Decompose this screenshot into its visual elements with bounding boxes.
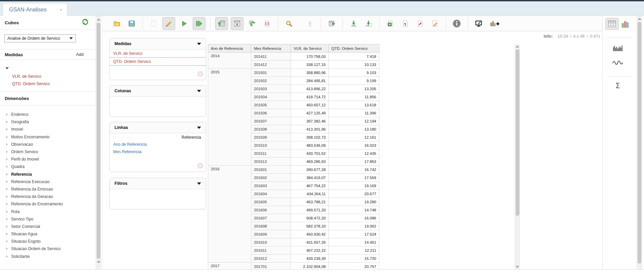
month-cell[interactable]: 201601 xyxy=(251,166,291,174)
vlr-servico-cell[interactable]: 450.930,42 xyxy=(291,230,329,238)
expand-arrow-icon[interactable] xyxy=(6,240,8,243)
column-header-ano-de-referencia[interactable]: Ano de Referencia xyxy=(208,44,251,53)
qtd-ordem-cell[interactable]: 9.103 xyxy=(329,69,379,77)
expand-arrow-icon[interactable] xyxy=(6,233,8,235)
sidebar-item-observacao[interactable]: Observacao xyxy=(0,141,96,148)
month-cell[interactable]: 201411 xyxy=(251,53,291,61)
expand-arrow-icon[interactable] xyxy=(6,158,8,161)
vlr-servico-cell[interactable]: 2.102.904,08 xyxy=(291,263,329,270)
vlr-servico-cell[interactable]: 338.127,15 xyxy=(291,61,329,69)
qtd-ordem-cell[interactable]: 19.169 xyxy=(329,182,379,190)
expand-arrow-icon[interactable] xyxy=(6,150,8,153)
month-cell[interactable]: 201609 xyxy=(251,230,291,238)
month-cell[interactable]: 201508 xyxy=(251,125,291,133)
month-cell[interactable]: 201505 xyxy=(251,101,291,109)
month-cell[interactable]: 201607 xyxy=(251,214,291,222)
collapse-measures-icon[interactable] xyxy=(5,67,9,69)
linhas-box-header[interactable]: Linhas xyxy=(110,122,206,133)
sidebar-item-quadra[interactable]: Quadra xyxy=(0,163,96,170)
run-query-icon[interactable] xyxy=(180,19,188,28)
sidebar-item-perfil-do-imovel[interactable]: Perfil do Imovel xyxy=(0,156,96,163)
month-cell[interactable]: 201501 xyxy=(251,69,291,77)
expand-arrow-icon[interactable] xyxy=(6,247,8,250)
qtd-ordem-cell[interactable]: 11.856 xyxy=(329,93,379,101)
scroll-up-icon[interactable] xyxy=(516,45,519,47)
expand-arrow-icon[interactable] xyxy=(6,195,8,198)
year-cell[interactable]: 2015 xyxy=(208,69,251,166)
sidebar-item-situacao-esgoto[interactable]: Situacao Esgoto xyxy=(0,238,96,245)
qtd-ordem-cell[interactable]: 16.023 xyxy=(329,141,379,149)
automatic-execution-icon[interactable] xyxy=(193,17,205,30)
show-mdx-icon[interactable] xyxy=(263,19,271,28)
export-pdf-icon[interactable] xyxy=(416,19,424,28)
filtros-box-header[interactable]: Filtros xyxy=(110,178,206,189)
sidebar-measure-vlr-de-servico[interactable]: VLR. de Servico xyxy=(12,73,50,80)
sidebar-item-referencia-execucao[interactable]: Referencia Execucao xyxy=(0,178,96,185)
qtd-ordem-cell[interactable]: 19.280 xyxy=(329,198,379,206)
month-cell[interactable]: 201507 xyxy=(251,117,291,125)
totals-sigma-icon[interactable]: Σ xyxy=(611,82,625,90)
month-cell[interactable]: 201512 xyxy=(251,158,291,166)
expand-arrow-icon[interactable] xyxy=(6,143,8,146)
table-view-button[interactable] xyxy=(605,18,619,30)
export-xls-icon[interactable] xyxy=(386,19,395,28)
medidas-item-qtd-ordem-servico[interactable]: QTD. Ordem Servico xyxy=(110,58,206,66)
sidebar-item-solicitante[interactable]: Solicitante xyxy=(0,253,96,260)
medidas-box-header[interactable]: Medidas xyxy=(110,38,206,49)
sidebar-scrollbar-thumb[interactable] xyxy=(97,23,100,259)
month-cell[interactable]: 201506 xyxy=(251,109,291,117)
month-cell[interactable]: 201701 xyxy=(251,263,291,270)
download-csv-icon[interactable] xyxy=(364,19,373,28)
sidebar-item-endereco[interactable]: Endereco xyxy=(0,111,96,118)
collapse-box-icon[interactable] xyxy=(197,90,201,92)
qtd-ordem-cell[interactable]: 12.211 xyxy=(329,246,379,254)
expand-arrow-icon[interactable] xyxy=(6,180,8,183)
linhas-item-mes-referencia[interactable]: Mes Referencia xyxy=(110,148,206,156)
remove-all-icon[interactable] xyxy=(197,71,203,78)
qtd-ordem-cell[interactable]: 13.180 xyxy=(329,125,379,133)
month-cell[interactable]: 201608 xyxy=(251,222,291,230)
vlr-servico-cell[interactable]: 413.896,22 xyxy=(291,85,329,93)
qtd-ordem-cell[interactable]: 20.677 xyxy=(329,190,379,198)
sidebar-item-situacao-ordem-de-servico[interactable]: Situacao Ordem de Servico xyxy=(0,245,96,252)
vlr-servico-cell[interactable]: 407.222,22 xyxy=(291,246,329,254)
page-scrollbar-thumb[interactable] xyxy=(638,22,641,264)
month-cell[interactable]: 201510 xyxy=(251,141,291,149)
year-cell[interactable]: 2014 xyxy=(208,53,251,69)
vlr-servico-cell[interactable]: 467.754,22 xyxy=(291,182,329,190)
qtd-ordem-cell[interactable]: 15.720 xyxy=(329,254,379,263)
qtd-ordem-cell[interactable]: 20.757 xyxy=(329,263,379,270)
colunas-drop-zone[interactable] xyxy=(110,97,206,116)
add-measure-link[interactable]: Add xyxy=(76,52,84,57)
expand-arrow-icon[interactable] xyxy=(6,225,8,228)
scroll-up-icon[interactable] xyxy=(638,18,641,20)
vlr-servico-cell[interactable]: 469.286,50 xyxy=(291,158,329,166)
drill-through-icon[interactable] xyxy=(305,19,314,28)
toggle-fields-icon[interactable] xyxy=(215,17,228,30)
month-cell[interactable]: 201509 xyxy=(251,133,291,141)
vlr-servico-cell[interactable]: 384.419,07 xyxy=(291,174,329,182)
vlr-servico-cell[interactable]: 508.472,33 xyxy=(291,214,329,222)
vlr-servico-cell[interactable]: 284.495,81 xyxy=(291,77,329,85)
qtd-ordem-cell[interactable]: 14.748 xyxy=(329,206,379,214)
add-chart-icon[interactable] xyxy=(489,19,501,28)
toggle-fullscreen-icon[interactable] xyxy=(474,19,483,28)
month-cell[interactable]: 201603 xyxy=(251,182,291,190)
qtd-ordem-cell[interactable]: 13.618 xyxy=(329,101,379,109)
export-drill-through-icon[interactable] xyxy=(327,19,336,28)
year-cell[interactable]: 2017 xyxy=(208,263,251,270)
pivot-table[interactable]: Ano de ReferenciaMes ReferenciaVLR. de S… xyxy=(208,44,379,270)
expand-arrow-icon[interactable] xyxy=(6,255,8,258)
vlr-servico-cell[interactable]: 582.378,33 xyxy=(291,222,329,230)
year-cell[interactable]: 2016 xyxy=(208,166,251,263)
qtd-ordem-cell[interactable]: 19.062 xyxy=(329,222,379,230)
month-cell[interactable]: 201412 xyxy=(251,61,291,69)
linhas-item-ano-de-referencia[interactable]: Ano de Referencia xyxy=(110,141,206,148)
column-header-vlr-de-servico[interactable]: VLR. de Servico xyxy=(291,44,329,53)
qtd-ordem-cell[interactable]: 10.133 xyxy=(329,61,379,69)
query-information-icon[interactable] xyxy=(452,19,461,28)
vlr-servico-cell[interactable]: 413.301,96 xyxy=(291,125,329,133)
qtd-ordem-cell[interactable]: 9.199 xyxy=(329,77,379,85)
month-cell[interactable]: 201611 xyxy=(251,246,291,254)
sidebar-item-setor-comercial[interactable]: Setor Comercial xyxy=(0,223,96,230)
